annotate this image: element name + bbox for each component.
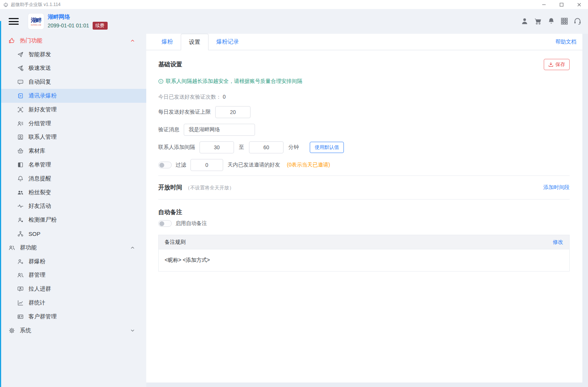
sidebar-item-label: 粉丝裂变: [28, 189, 51, 196]
company-name: 湖畔网络: [48, 14, 108, 21]
pulse-icon: [17, 203, 24, 210]
auto-note-toggle[interactable]: [158, 220, 172, 227]
header-toolbar: [520, 17, 582, 26]
sidebar-item-label: 自动回复: [28, 78, 51, 86]
chat-user-icon: [17, 286, 24, 292]
thumb-up-icon: [8, 37, 15, 44]
user-frame-icon: [17, 106, 24, 113]
sidebar-item-zombie-fan-check[interactable]: 检测僵尸粉: [0, 213, 146, 227]
sidebar-item-fan-fission[interactable]: 粉丝裂变: [0, 186, 146, 200]
interval-label: 联系人添加间隔: [158, 144, 195, 151]
minimize-icon[interactable]: [535, 0, 553, 9]
chevron-up-icon: [130, 245, 135, 250]
id-card-icon: [17, 313, 24, 320]
company-logo: 湖畔 HUPWN.COM: [28, 14, 44, 29]
sidebar-item-label: SOP: [28, 231, 40, 237]
edit-rule-link[interactable]: 修改: [553, 239, 563, 246]
sidebar-item-label: 通讯录爆粉: [28, 92, 57, 99]
app-body: 热门功能智能群发极速发送自动回复通讯录爆粉新好友管理分组管理联系人管理素材库名单…: [0, 34, 588, 387]
use-default-button[interactable]: 使用默认值: [310, 142, 344, 153]
users-icon: [17, 272, 24, 279]
sidebar-section-system[interactable]: 系统: [0, 324, 146, 338]
sidebar-item-group-management[interactable]: 群管理: [0, 268, 146, 282]
main-panel: 爆粉设置爆粉记录 帮助文档 基础设置 保存 联系人间隔越长添加越安全，请根据账号…: [146, 34, 582, 382]
note-rule-column-header: 备注规则: [165, 239, 186, 246]
headset-icon[interactable]: [573, 17, 582, 26]
apps-icon[interactable]: [560, 17, 568, 26]
sidebar-section-label: 群功能: [20, 244, 37, 251]
daily-limit-input[interactable]: 20: [215, 106, 250, 118]
note-rule-row: <昵称> <添加方式>: [159, 249, 569, 271]
sidebar-item-contact-manage[interactable]: 联系人管理: [0, 130, 146, 144]
sent-today-line: 今日已发送好友验证次数：0: [158, 94, 570, 100]
sidebar-section-label: 热门功能: [20, 37, 42, 44]
settings-content: 基础设置 保存 联系人间隔越长添加越安全，请根据账号质量合理安排间隔 今日已发送…: [146, 50, 582, 382]
sidebar-item-sop[interactable]: SOP: [0, 227, 146, 241]
users-filled-icon: [17, 189, 24, 196]
verify-message-input[interactable]: 我是湖畔网络: [184, 124, 255, 136]
filter-hint: (0表示当天已邀请): [287, 162, 330, 168]
bell-icon[interactable]: [547, 17, 555, 26]
hamburger-menu-icon[interactable]: [9, 16, 19, 27]
sidebar-item-auto-reply[interactable]: 自动回复: [0, 75, 146, 89]
add-time-range-link[interactable]: 添加时间段: [543, 184, 570, 191]
sidebar-section-hot-functions[interactable]: 热门功能: [0, 34, 146, 48]
sidebar-item-label: 极速发送: [28, 64, 51, 72]
sidebar-item-message-remind[interactable]: 消息提醒: [0, 172, 146, 186]
filter-label: 过滤: [176, 162, 186, 168]
basket-icon: [17, 148, 24, 154]
tab-bar: 爆粉设置爆粉记录 帮助文档: [146, 34, 582, 50]
sidebar-item-material-library[interactable]: 素材库: [0, 144, 146, 158]
sidebar-item-group-manage[interactable]: 分组管理: [0, 117, 146, 130]
note-rule-table-header: 备注规则 修改: [159, 235, 569, 249]
app-robot-icon: [3, 2, 9, 8]
maximize-icon[interactable]: [553, 0, 570, 9]
sidebar-item-label: 素材库: [28, 147, 45, 154]
sidebar-section-group-functions[interactable]: 群功能: [0, 241, 146, 255]
sidebar-item-label: 好友活动: [28, 202, 51, 210]
sidebar-item-label: 检测僵尸粉: [28, 216, 57, 224]
sidebar-item-new-friend-manage[interactable]: 新好友管理: [0, 103, 146, 117]
screen-edge-strip: [0, 21, 1, 387]
sidebar-item-label: 联系人管理: [28, 134, 57, 141]
daily-limit-label: 每日发送好友验证上限: [158, 109, 211, 116]
sop-icon: [17, 231, 24, 237]
filter-days-input[interactable]: 0: [190, 159, 223, 171]
save-icon: [548, 62, 554, 67]
sidebar-item-label: 群管理: [28, 272, 45, 279]
sidebar-item-fast-send[interactable]: 极速发送: [0, 62, 146, 75]
sidebar-item-group-fan-boost[interactable]: 群爆粉: [0, 255, 146, 268]
sidebar-item-group-stats[interactable]: 群统计: [0, 296, 146, 310]
cart-icon[interactable]: [534, 17, 542, 26]
sidebar-item-label: 拉人进群: [28, 285, 51, 292]
chevron-up-icon: [130, 38, 135, 44]
user-icon[interactable]: [520, 17, 529, 26]
tab-fan-boost[interactable]: 爆粉: [154, 34, 181, 50]
filter-toggle[interactable]: [158, 162, 172, 168]
save-button[interactable]: 保存: [544, 59, 570, 70]
open-time-hint: （不设置将全天开放）: [185, 184, 234, 191]
open-time-title: 开放时间: [158, 184, 182, 192]
interval-from-input[interactable]: 30: [200, 141, 234, 153]
sidebar-nav: 热门功能智能群发极速发送自动回复通讯录爆粉新好友管理分组管理联系人管理素材库名单…: [0, 34, 146, 387]
sidebar-item-label: 智能群发: [28, 51, 51, 58]
auto-note-toggle-label: 启用自动备注: [176, 220, 207, 227]
sidebar-item-pull-into-group[interactable]: 拉人进群: [0, 282, 146, 296]
expiry-datetime: 2099-01-01 01:01: [48, 22, 89, 28]
send-icon: [17, 51, 24, 58]
bell16-icon: [17, 175, 24, 182]
tab-fan-records[interactable]: 爆粉记录: [208, 34, 247, 50]
sidebar-item-list-manage[interactable]: 名单管理: [0, 158, 146, 172]
sidebar-item-contacts-fan-boost[interactable]: 通讯录爆粉: [0, 89, 146, 103]
user-square-icon: [17, 134, 24, 141]
tab-settings[interactable]: 设置: [181, 34, 208, 50]
interval-to-input[interactable]: 60: [249, 141, 284, 153]
sidebar-item-friend-activity[interactable]: 好友活动: [0, 200, 146, 213]
help-doc-link[interactable]: 帮助文档: [555, 39, 576, 45]
chat-icon: [17, 79, 24, 86]
sidebar-item-label: 客户群管理: [28, 313, 57, 320]
renew-button[interactable]: 续费: [93, 22, 108, 30]
close-icon[interactable]: [570, 0, 588, 9]
sidebar-item-customer-group-manage[interactable]: 客户群管理: [0, 310, 146, 324]
sidebar-item-smart-bulk-send[interactable]: 智能群发: [0, 48, 146, 62]
